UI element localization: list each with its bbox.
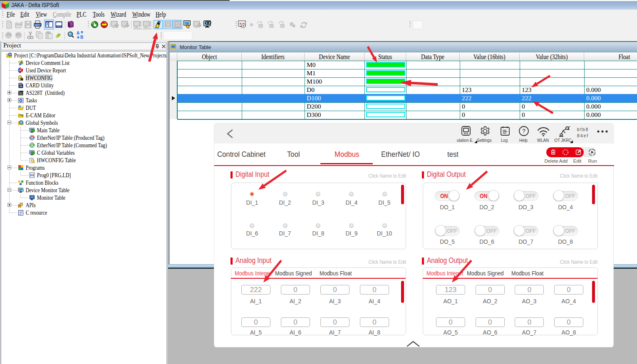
svg-text:B: B [80, 35, 83, 39]
svg-text:10101: 10101 [133, 27, 142, 30]
svg-text:10101: 10101 [143, 27, 151, 30]
svg-text:?: ? [522, 128, 525, 134]
svg-text:A: A [77, 31, 79, 35]
